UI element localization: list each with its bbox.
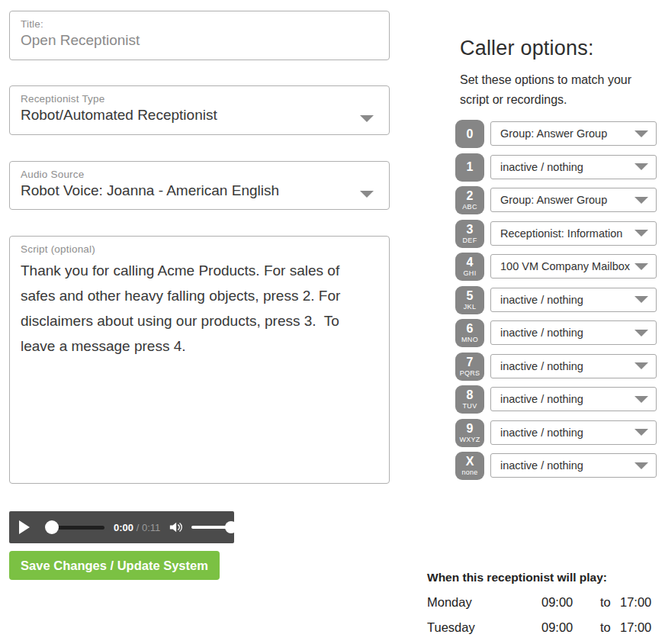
key-row-5: 5 JKL inactive / nothing: [455, 286, 657, 314]
receptionist-type-select[interactable]: Receptionist Type Robot/Automated Recept…: [9, 85, 390, 135]
key-badge-7: 7 PQRS: [455, 353, 484, 381]
key-digit: 5: [455, 290, 484, 302]
key-letters: DEF: [455, 237, 484, 244]
key-action-value: inactive / nothing: [500, 459, 634, 472]
schedule-row-monday: Monday 09:00 to 17:00: [427, 595, 656, 610]
key-badge-0: 0: [455, 120, 484, 148]
key-action-select-x[interactable]: inactive / nothing: [490, 453, 657, 478]
key-action-select-3[interactable]: Receptionist: Information: [490, 221, 657, 246]
chevron-down-icon: [634, 263, 648, 270]
volume-slider[interactable]: [191, 521, 237, 533]
volume-thumb[interactable]: [225, 521, 237, 533]
key-badge-x: X none: [455, 452, 484, 480]
schedule-end-time: 17:00: [620, 595, 656, 610]
schedule-start-time: 09:00: [541, 620, 600, 635]
title-field[interactable]: Title: Open Receptionist: [9, 11, 390, 60]
key-action-select-7[interactable]: inactive / nothing: [490, 354, 657, 378]
key-badge-2: 2 ABC: [455, 186, 484, 214]
key-action-select-1[interactable]: inactive / nothing: [490, 155, 657, 179]
chevron-down-icon: [634, 362, 648, 369]
key-action-value: inactive / nothing: [500, 360, 634, 372]
key-badge-4: 4 GHI: [455, 253, 484, 281]
key-row-9: 9 WXYZ inactive / nothing: [455, 419, 657, 447]
key-letters: ABC: [455, 204, 484, 211]
key-row-x: X none inactive / nothing: [455, 452, 657, 480]
key-action-value: inactive / nothing: [500, 327, 634, 339]
key-action-value: Receptionist: Information: [500, 227, 634, 240]
key-digit: 7: [455, 356, 484, 369]
key-action-select-9[interactable]: inactive / nothing: [490, 420, 657, 445]
script-label: Script (optional): [21, 243, 378, 255]
script-text[interactable]: Thank you for calling Acme Products. For…: [21, 258, 378, 359]
audio-player: 0:00 / 0:11: [9, 511, 234, 543]
title-input[interactable]: Open Receptionist: [21, 32, 378, 49]
schedule-to-label: to: [600, 620, 620, 635]
schedule-row-tuesday: Tuesday 09:00 to 17:00: [427, 620, 656, 635]
duration: 0:11: [142, 522, 160, 533]
key-row-0: 0 Group: Answer Group: [455, 120, 657, 148]
caller-options-keypad: 0 Group: Answer Group 1 inactive / nothi…: [455, 120, 657, 485]
audio-source-label: Audio Source: [21, 169, 378, 180]
chevron-down-icon: [634, 230, 648, 237]
time-display: 0:00 / 0:11: [114, 522, 160, 533]
key-action-value: inactive / nothing: [500, 161, 634, 173]
receptionist-type-label: Receptionist Type: [21, 93, 378, 105]
audio-source-value: Robot Voice: Joanna - American English: [21, 182, 378, 199]
save-button[interactable]: Save Changes / Update System: [9, 551, 220, 580]
schedule-day: Monday: [427, 595, 541, 610]
key-row-1: 1 inactive / nothing: [455, 153, 657, 182]
key-letters: JKL: [455, 304, 484, 311]
progress-thumb[interactable]: [45, 520, 59, 534]
key-letters: PQRS: [455, 370, 484, 377]
key-digit: 0: [455, 128, 484, 140]
key-action-select-8[interactable]: inactive / nothing: [490, 387, 657, 411]
key-digit: 3: [455, 224, 484, 236]
time-separator: /: [137, 522, 140, 533]
key-badge-9: 9 WXYZ: [455, 419, 484, 447]
key-letters: WXYZ: [455, 436, 484, 443]
key-row-7: 7 PQRS inactive / nothing: [455, 353, 657, 381]
key-row-8: 8 TUV inactive / nothing: [455, 385, 657, 414]
key-action-value: inactive / nothing: [500, 294, 634, 306]
audio-source-select[interactable]: Audio Source Robot Voice: Joanna - Ameri…: [9, 161, 390, 210]
chevron-down-icon: [634, 462, 648, 469]
key-digit: 2: [455, 190, 484, 202]
key-row-6: 6 MNO inactive / nothing: [455, 319, 657, 347]
key-badge-8: 8 TUV: [455, 385, 484, 414]
schedule-day: Tuesday: [427, 620, 541, 635]
key-digit: 9: [455, 423, 484, 435]
chevron-down-icon: [634, 296, 648, 303]
key-action-value: Group: Answer Group: [500, 194, 634, 206]
key-row-4: 4 GHI 100 VM Company Mailbox: [455, 253, 657, 281]
key-action-select-5[interactable]: inactive / nothing: [490, 288, 657, 312]
chevron-down-icon: [634, 163, 648, 170]
play-icon[interactable]: [19, 520, 30, 534]
key-letters: TUV: [455, 403, 484, 410]
progress-slider[interactable]: [45, 520, 104, 534]
schedule-start-time: 09:00: [541, 595, 600, 610]
key-action-select-6[interactable]: inactive / nothing: [490, 320, 657, 345]
schedule-to-label: to: [600, 595, 620, 610]
key-action-select-2[interactable]: Group: Answer Group: [490, 188, 657, 212]
key-badge-6: 6 MNO: [455, 319, 484, 347]
schedule-end-time: 17:00: [620, 620, 656, 635]
schedule-heading: When this receptionist will play:: [427, 571, 656, 584]
script-textarea[interactable]: Script (optional) Thank you for calling …: [9, 236, 390, 484]
key-action-select-4[interactable]: 100 VM Company Mailbox: [490, 254, 657, 279]
key-digit: 6: [455, 323, 484, 335]
caller-options-description: Set these options to match your script o…: [460, 70, 660, 110]
chevron-down-icon: [360, 191, 374, 198]
key-badge-3: 3 DEF: [455, 220, 484, 248]
key-letters: MNO: [455, 336, 484, 343]
chevron-down-icon: [634, 130, 648, 137]
key-digit: 8: [455, 389, 484, 401]
key-action-select-0[interactable]: Group: Answer Group: [490, 121, 657, 146]
speaker-icon[interactable]: [169, 521, 185, 533]
play-schedule: When this receptionist will play: Monday…: [427, 571, 656, 635]
chevron-down-icon: [634, 396, 648, 403]
key-action-value: inactive / nothing: [500, 427, 634, 439]
key-badge-1: 1: [455, 153, 484, 182]
key-row-3: 3 DEF Receptionist: Information: [455, 220, 657, 248]
current-time: 0:00: [114, 522, 133, 533]
receptionist-type-value: Robot/Automated Receptionist: [21, 107, 378, 124]
